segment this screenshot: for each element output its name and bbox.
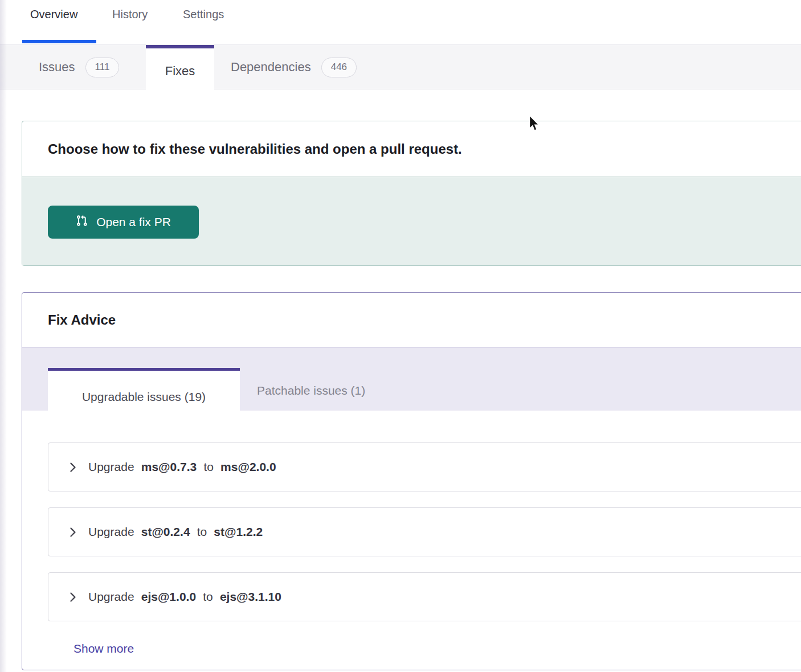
- tab-upgradable-issues[interactable]: Upgradable issues (19): [48, 368, 240, 423]
- row-action: Upgrade: [88, 460, 134, 473]
- row-action: Upgrade: [88, 525, 134, 538]
- fix-advice-body: Upgrade ms@0.7.3 to ms@2.0.0 Upgrade st@…: [22, 442, 801, 655]
- upgrade-row-ms[interactable]: Upgrade ms@0.7.3 to ms@2.0.0: [48, 442, 801, 491]
- fix-advice-tabbar: Upgradable issues (19) Patchable issues …: [22, 347, 801, 411]
- fix-advice-card: Fix Advice Upgradable issues (19) Patcha…: [22, 292, 801, 670]
- project-tab-bar: Issues 111 Fixes Dependencies 446: [0, 44, 801, 89]
- chevron-right-icon: [70, 527, 76, 538]
- open-fix-pr-button[interactable]: Open a fix PR: [48, 206, 199, 239]
- row-from-version: ms@0.7.3: [141, 460, 197, 473]
- fix-pr-card-footer: Open a fix PR: [22, 177, 801, 265]
- active-nav-underline: [22, 40, 96, 43]
- dependencies-count-badge: 446: [321, 58, 357, 77]
- fix-advice-title: Fix Advice: [48, 312, 116, 328]
- row-connector: to: [203, 590, 213, 603]
- tab-dependencies[interactable]: Dependencies 446: [231, 45, 357, 89]
- upgrade-row-text: Upgrade ms@0.7.3 to ms@2.0.0: [88, 460, 276, 474]
- upgrade-row-text: Upgrade st@0.2.4 to st@1.2.2: [88, 525, 263, 539]
- issues-count-badge: 111: [85, 58, 120, 77]
- tab-issues-label: Issues: [39, 60, 75, 75]
- nav-item-history[interactable]: History: [112, 6, 148, 22]
- top-nav: Overview History Settings: [0, 0, 801, 44]
- row-to-version: st@1.2.2: [214, 525, 263, 538]
- nav-item-settings[interactable]: Settings: [183, 6, 224, 22]
- tab-issues[interactable]: Issues 111: [39, 45, 119, 89]
- row-from-version: st@0.2.4: [141, 525, 190, 538]
- fix-pr-card-title: Choose how to fix these vulnerabilities …: [48, 141, 462, 157]
- row-connector: to: [197, 525, 207, 538]
- open-fix-pr-button-label: Open a fix PR: [96, 215, 171, 229]
- fix-advice-header: Fix Advice: [22, 293, 801, 347]
- tab-upgradable-issues-label: Upgradable issues (19): [82, 390, 206, 404]
- git-pull-request-icon: [76, 215, 88, 230]
- show-more-link[interactable]: Show more: [73, 642, 134, 655]
- chevron-right-icon: [70, 462, 76, 473]
- row-action: Upgrade: [88, 590, 134, 603]
- tab-patchable-issues[interactable]: Patchable issues (1): [257, 368, 365, 413]
- tab-dependencies-label: Dependencies: [231, 60, 311, 75]
- row-to-version: ms@2.0.0: [220, 460, 276, 473]
- row-to-version: ejs@3.1.10: [220, 590, 281, 603]
- row-connector: to: [203, 460, 214, 473]
- upgrade-row-st[interactable]: Upgrade st@0.2.4 to st@1.2.2: [48, 507, 801, 556]
- chevron-right-icon: [70, 592, 76, 603]
- fix-pr-card-header: Choose how to fix these vulnerabilities …: [22, 121, 801, 177]
- nav-item-overview[interactable]: Overview: [30, 6, 77, 22]
- tab-fixes-active[interactable]: Fixes: [146, 45, 214, 93]
- row-from-version: ejs@1.0.0: [141, 590, 196, 603]
- page-edge-shade: [0, 0, 7, 672]
- tab-patchable-issues-label: Patchable issues (1): [257, 384, 365, 398]
- fix-pr-card: Choose how to fix these vulnerabilities …: [22, 121, 801, 266]
- tab-fixes-label: Fixes: [165, 64, 195, 79]
- upgrade-row-text: Upgrade ejs@1.0.0 to ejs@3.1.10: [88, 590, 281, 604]
- upgrade-row-ejs[interactable]: Upgrade ejs@1.0.0 to ejs@3.1.10: [48, 572, 801, 621]
